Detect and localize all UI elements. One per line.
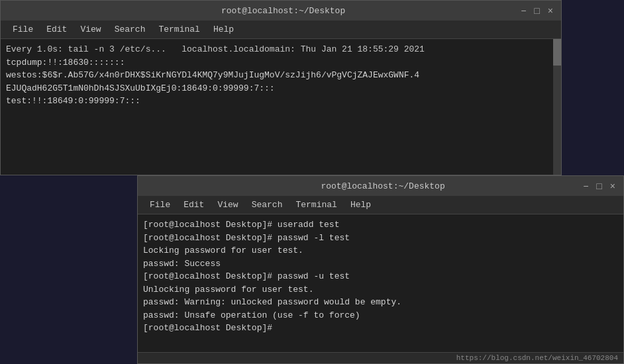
menu-help-2[interactable]: Help xyxy=(344,199,378,211)
terminal-line: passwd: Unsafe operation (use -f to forc… xyxy=(143,309,618,322)
terminal-title-2: root@localhost:~/Desktop xyxy=(184,181,582,191)
menu-help-1[interactable]: Help xyxy=(207,23,240,36)
terminal-line: [root@localhost Desktop]# passwd -u test xyxy=(143,270,618,283)
menu-search-1[interactable]: Search xyxy=(108,23,152,36)
menu-terminal-2[interactable]: Terminal xyxy=(289,199,343,211)
titlebar-2: root@localhost:~/Desktop − □ × xyxy=(138,176,623,196)
terminal-line: passwd: Success xyxy=(143,257,618,271)
terminal-line: [root@localhost Desktop]# passwd -l test xyxy=(143,232,618,245)
terminal-line: EJUQadH62G5T1mN0hDh4SJSXuUbIXgEj0:18649:… xyxy=(6,82,556,95)
minimize-button-2[interactable]: − xyxy=(582,181,590,191)
terminal-line: tcpdump:!!:18630::::::: xyxy=(6,56,556,69)
menu-edit-2[interactable]: Edit xyxy=(177,199,211,211)
menu-view-2[interactable]: View xyxy=(211,199,244,211)
terminal-line: Unlocking password for user test. xyxy=(143,283,618,296)
menu-view-1[interactable]: View xyxy=(74,23,107,36)
terminal-line: test:!!:18649:0:99999:7::: xyxy=(6,95,556,108)
menu-terminal-1[interactable]: Terminal xyxy=(152,23,206,36)
terminal-line: [root@localhost Desktop]# useradd test xyxy=(143,218,618,232)
terminal-title-1: root@localhost:~/Desktop xyxy=(47,6,519,16)
menu-file-1[interactable]: File xyxy=(6,23,40,36)
window-controls-2[interactable]: − □ × xyxy=(582,181,617,191)
window-controls-1[interactable]: − □ × xyxy=(519,6,554,15)
terminal-body-wrapper-1: Every 1.0s: tail -n 3 /etc/s... localhos… xyxy=(1,39,561,175)
titlebar-1: root@localhost:~/Desktop − □ × xyxy=(1,1,561,21)
menubar-2: File Edit View Search Terminal Help xyxy=(138,196,623,214)
terminal-window-2: root@localhost:~/Desktop − □ × File Edit… xyxy=(137,175,624,364)
scrollbar-thumb-1[interactable] xyxy=(553,39,561,66)
status-bar-2: https://blog.csdn.net/weixin_46702804 xyxy=(138,352,623,363)
menu-search-2[interactable]: Search xyxy=(245,199,289,211)
terminal-body-1: Every 1.0s: tail -n 3 /etc/s... localhos… xyxy=(1,39,561,175)
minimize-button-1[interactable]: − xyxy=(519,6,527,15)
terminal-window-1: root@localhost:~/Desktop − □ × File Edit… xyxy=(0,0,562,175)
terminal-line: westos:$6$r.Ab57G/x4n0rDHX$SiKrNGYDl4KMQ… xyxy=(6,69,556,82)
maximize-button-2[interactable]: □ xyxy=(595,181,603,191)
menu-edit-1[interactable]: Edit xyxy=(40,23,74,36)
terminal-line: Every 1.0s: tail -n 3 /etc/s... localhos… xyxy=(6,43,556,56)
scrollbar-1[interactable] xyxy=(553,39,561,175)
terminal-line: Locking password for user test. xyxy=(143,244,618,257)
terminal-body-wrapper-2: [root@localhost Desktop]# useradd test[r… xyxy=(138,214,623,352)
menu-file-2[interactable]: File xyxy=(143,199,177,211)
menubar-1: File Edit View Search Terminal Help xyxy=(1,21,561,39)
terminal-line: passwd: Warning: unlocked password would… xyxy=(143,296,618,309)
terminal-body-2: [root@localhost Desktop]# useradd test[r… xyxy=(138,214,623,352)
close-button-2[interactable]: × xyxy=(609,181,617,191)
close-button-1[interactable]: × xyxy=(546,6,554,15)
terminal-line: [root@localhost Desktop]# xyxy=(143,322,618,335)
maximize-button-1[interactable]: □ xyxy=(533,6,541,15)
